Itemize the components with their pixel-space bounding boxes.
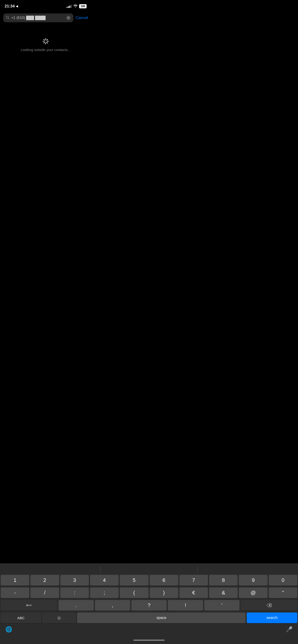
location-icon: ◀: [16, 5, 18, 8]
signal-bars: [67, 5, 72, 8]
signal-bar-3: [69, 6, 70, 8]
status-bar: 21:34 ◀ 100: [0, 0, 91, 12]
svg-line-1: [8, 18, 9, 19]
signal-bar-4: [71, 5, 72, 8]
spinner: @keyframes fadeSpinner { 0% { opacity: 1…: [43, 38, 49, 44]
search-query-text: +1 (610) ███ ████: [11, 16, 65, 20]
cancel-button[interactable]: Cancel: [76, 16, 88, 20]
time-display: 21:34: [5, 4, 15, 8]
wifi-icon: [73, 4, 78, 8]
search-bar-wrapper: +1 (610) ███ ████ ✕ Cancel: [0, 12, 91, 24]
loading-area: @keyframes fadeSpinner { 0% { opacity: 1…: [0, 24, 91, 52]
svg-line-7: [44, 42, 45, 43]
signal-bar-2: [68, 6, 69, 8]
signal-bar-1: [67, 7, 68, 8]
battery-indicator: 100: [79, 4, 87, 8]
battery-level: 100: [81, 5, 85, 8]
svg-line-9: [44, 40, 45, 40]
status-time: 21:34 ◀: [5, 4, 18, 8]
spinner-svg: [43, 38, 49, 44]
search-icon: [6, 16, 9, 20]
svg-line-5: [47, 42, 48, 43]
search-input-container[interactable]: +1 (610) ███ ████ ✕: [3, 14, 73, 22]
clear-search-button[interactable]: ✕: [66, 16, 71, 20]
svg-line-3: [47, 40, 48, 40]
status-right: 100: [67, 4, 87, 8]
loading-text: Looking outside your contacts...: [21, 48, 70, 52]
